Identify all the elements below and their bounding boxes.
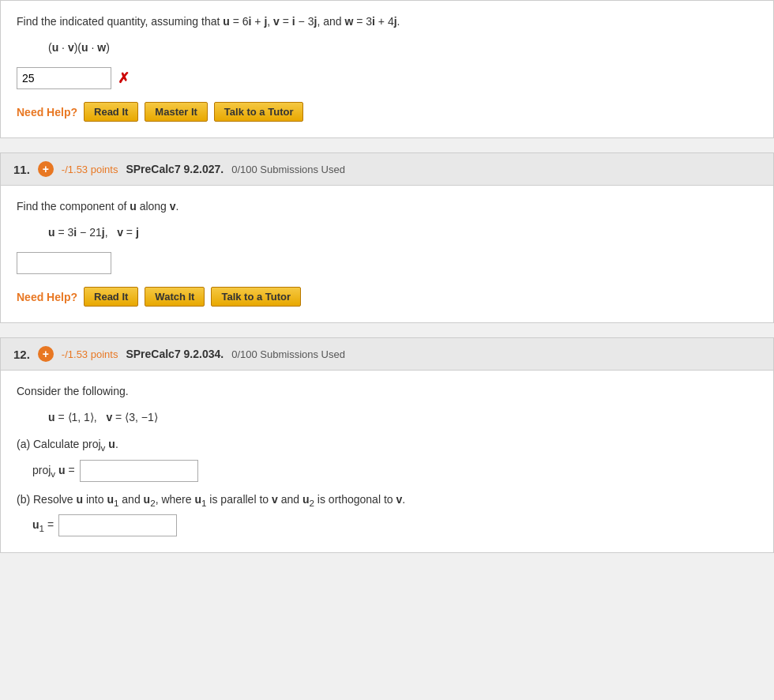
problem-11-number: 11. xyxy=(13,163,30,176)
problem-11-id: SPreCalc7 9.2.027. xyxy=(126,163,224,175)
problem-12-proj-input[interactable] xyxy=(80,460,198,482)
problem-12-points: -/1.53 points xyxy=(62,348,118,360)
problem-10-expression: (u · v)(u · w) xyxy=(48,38,757,58)
read-it-button-11[interactable]: Read It xyxy=(84,287,138,307)
read-it-button-10[interactable]: Read It xyxy=(84,102,138,122)
problem-12-plus-icon[interactable]: + xyxy=(38,346,54,362)
problem-11-plus-icon[interactable]: + xyxy=(38,161,54,177)
problem-12-description: Consider the following. xyxy=(17,383,757,400)
problem-12-part-a-label: (a) Calculate projv u. xyxy=(17,438,757,453)
problem-12-header: 12. + -/1.53 points SPreCalc7 9.2.034. 0… xyxy=(1,338,773,371)
problem-11-math: u = 3i − 21j, v = j xyxy=(48,223,757,243)
problem-12-proj-row: projv u = xyxy=(32,460,757,482)
problem-12-math: u = ⟨1, 1⟩, v = ⟨3, −1⟩ xyxy=(48,408,757,427)
problem-11-description: Find the component of u along v. xyxy=(17,198,757,215)
problem-10-description: Find the indicated quantity, assuming th… xyxy=(17,13,757,30)
error-icon-10: ✗ xyxy=(118,70,130,87)
problem-12-u1-row: u1 = xyxy=(32,514,757,536)
talk-to-tutor-button-10[interactable]: Talk to a Tutor xyxy=(214,102,304,122)
problem-12-number: 12. xyxy=(13,348,30,361)
problem-12-submissions: 0/100 Submissions Used xyxy=(231,348,345,360)
problem-12-id: SPreCalc7 9.2.034. xyxy=(126,348,224,360)
master-it-button-10[interactable]: Master It xyxy=(145,102,207,122)
problem-11-answer-input[interactable] xyxy=(17,252,111,274)
need-help-label-10: Need Help? xyxy=(17,106,77,119)
problem-11-header: 11. + -/1.53 points SPreCalc7 9.2.027. 0… xyxy=(1,153,773,186)
problem-12-u1-input[interactable] xyxy=(58,514,177,536)
problem-11-submissions: 0/100 Submissions Used xyxy=(231,164,345,175)
watch-it-button-11[interactable]: Watch It xyxy=(145,287,205,307)
problem-11-points: -/1.53 points xyxy=(62,164,118,175)
problem-12-part-b-label: (b) Resolve u into u1 and u2, where u1 i… xyxy=(17,493,757,508)
problem-10-answer-input[interactable] xyxy=(17,67,111,89)
need-help-label-11: Need Help? xyxy=(17,291,77,303)
u1-label: u1 = xyxy=(32,518,54,533)
proj-label: projv u = xyxy=(32,464,75,479)
talk-to-tutor-button-11[interactable]: Talk to a Tutor xyxy=(211,287,301,307)
